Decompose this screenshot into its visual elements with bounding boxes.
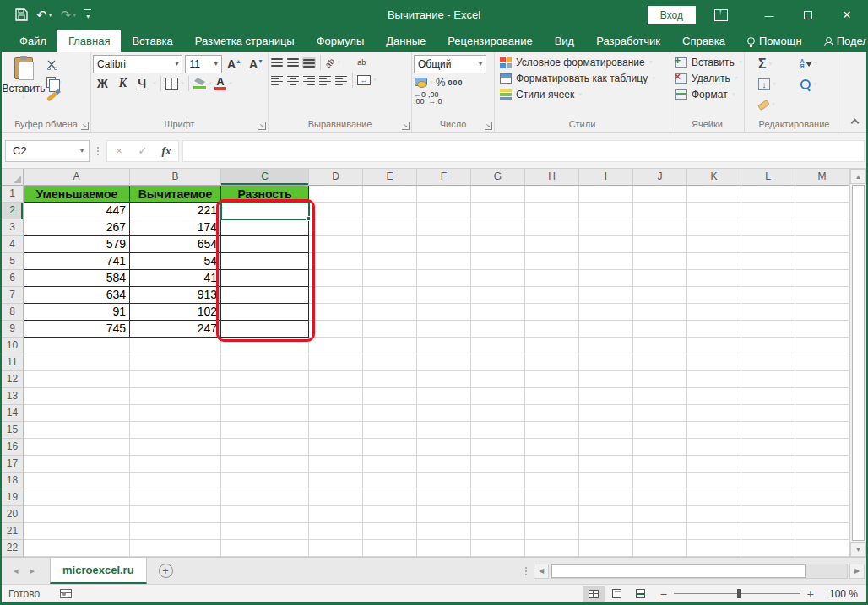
cell-I14[interactable] (579, 405, 633, 422)
cell-L8[interactable] (741, 304, 795, 321)
row-header-6[interactable]: 6 (2, 270, 24, 287)
cell-F17[interactable] (417, 456, 471, 473)
cell-B11[interactable] (130, 354, 221, 371)
zoom-out-button[interactable] (660, 587, 667, 601)
cell-I12[interactable] (579, 371, 633, 388)
column-header-A[interactable]: A (24, 169, 130, 186)
cell-L9[interactable] (741, 321, 795, 338)
cell-A20[interactable] (24, 506, 130, 523)
cell-C12[interactable] (221, 371, 309, 388)
tab-справка[interactable]: Справка (671, 30, 736, 52)
cell-F11[interactable] (417, 354, 471, 371)
cell-L17[interactable] (741, 456, 795, 473)
cell-F8[interactable] (417, 304, 471, 321)
cell-I11[interactable] (579, 354, 633, 371)
horizontal-scrollbar[interactable] (520, 558, 866, 584)
cell-E10[interactable] (363, 338, 417, 354)
cell-L5[interactable] (741, 253, 795, 270)
cell-M19[interactable] (795, 489, 849, 506)
sheet-tab[interactable]: microexcel.ru (50, 558, 147, 584)
insert-function-icon[interactable]: fx (155, 144, 178, 158)
row-header-17[interactable]: 17 (2, 456, 24, 473)
cell-C19[interactable] (221, 489, 309, 506)
align-left-icon[interactable] (270, 75, 284, 86)
row-header-9[interactable]: 9 (2, 321, 24, 338)
cell-C21[interactable] (221, 523, 309, 540)
cell-M14[interactable] (795, 405, 849, 422)
cell-J8[interactable] (633, 304, 687, 321)
cell-K15[interactable] (687, 422, 741, 439)
cell-D1[interactable] (309, 186, 363, 203)
cell-B17[interactable] (130, 456, 221, 473)
cell-C1[interactable]: Разность (221, 186, 309, 203)
cell-G12[interactable] (471, 371, 525, 388)
cell-B4[interactable]: 654 (130, 236, 221, 253)
tab-главная[interactable]: Главная (57, 30, 121, 52)
cell-B21[interactable] (130, 523, 221, 540)
cell-G8[interactable] (471, 304, 525, 321)
cell-J15[interactable] (633, 422, 687, 439)
cell-C6[interactable] (221, 270, 309, 287)
cell-H4[interactable] (525, 236, 579, 253)
cell-E21[interactable] (363, 523, 417, 540)
bold-button[interactable]: Ж (93, 76, 112, 91)
cell-M10[interactable] (795, 338, 849, 354)
cell-C11[interactable] (221, 354, 309, 371)
cell-A11[interactable] (24, 354, 130, 371)
cell-B7[interactable]: 913 (130, 287, 221, 304)
cell-K5[interactable] (687, 253, 741, 270)
cell-L13[interactable] (741, 388, 795, 405)
row-header-8[interactable]: 8 (2, 304, 24, 321)
cell-M2[interactable] (795, 203, 849, 219)
tab-рецензирование[interactable]: Рецензирование (437, 30, 543, 52)
cell-M6[interactable] (795, 270, 849, 287)
delete-cells-button[interactable]: Удалить (672, 71, 742, 86)
cell-I15[interactable] (579, 422, 633, 439)
cell-F1[interactable] (417, 186, 471, 203)
cell-L4[interactable] (741, 236, 795, 253)
cell-F6[interactable] (417, 270, 471, 287)
cell-G3[interactable] (471, 219, 525, 236)
cell-L1[interactable] (741, 186, 795, 203)
cell-C15[interactable] (221, 422, 309, 439)
cell-H12[interactable] (525, 371, 579, 388)
row-header-19[interactable]: 19 (2, 489, 24, 506)
cell-E1[interactable] (363, 186, 417, 203)
cell-D10[interactable] (309, 338, 363, 354)
cell-F2[interactable] (417, 203, 471, 219)
cell-G6[interactable] (471, 270, 525, 287)
cell-I7[interactable] (579, 287, 633, 304)
cell-J9[interactable] (633, 321, 687, 338)
cell-H15[interactable] (525, 422, 579, 439)
scroll-up-icon[interactable] (850, 169, 866, 184)
cancel-entry-icon[interactable]: × (107, 144, 131, 157)
cell-A18[interactable] (24, 473, 130, 489)
currency-icon[interactable] (414, 78, 427, 88)
row-header-10[interactable]: 10 (2, 338, 24, 354)
cell-A16[interactable] (24, 439, 130, 456)
cell-F7[interactable] (417, 287, 471, 304)
cell-C22[interactable] (221, 540, 309, 557)
cell-H7[interactable] (525, 287, 579, 304)
cell-I20[interactable] (579, 506, 633, 523)
cell-M13[interactable] (795, 388, 849, 405)
cell-J1[interactable] (633, 186, 687, 203)
cell-E9[interactable] (363, 321, 417, 338)
column-header-L[interactable]: L (741, 169, 795, 186)
cell-M22[interactable] (795, 540, 849, 557)
cell-M16[interactable] (795, 439, 849, 456)
cell-B10[interactable] (130, 338, 221, 354)
cell-M1[interactable] (795, 186, 849, 203)
cell-G19[interactable] (471, 489, 525, 506)
increase-indent-icon[interactable] (334, 75, 348, 86)
undo-button[interactable]: ↶ (36, 8, 52, 23)
cell-L15[interactable] (741, 422, 795, 439)
cell-A14[interactable] (24, 405, 130, 422)
cell-G15[interactable] (471, 422, 525, 439)
fill-button[interactable]: ↓ (758, 75, 800, 94)
tab-поделиться[interactable]: Поделиться (813, 30, 868, 52)
tab-вид[interactable]: Вид (544, 30, 586, 52)
column-header-K[interactable]: K (687, 169, 741, 186)
row-header-20[interactable]: 20 (2, 506, 24, 523)
cell-G10[interactable] (471, 338, 525, 354)
